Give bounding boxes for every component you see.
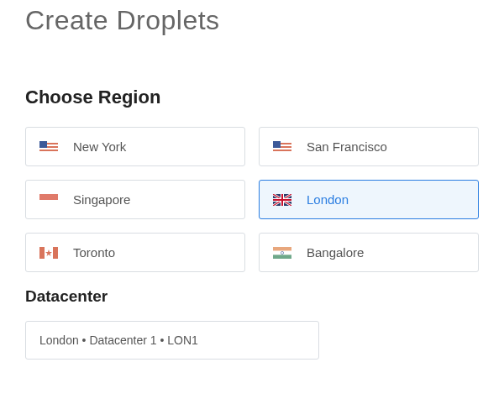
region-card-toronto[interactable]: Toronto bbox=[25, 233, 245, 272]
us-flag-icon bbox=[39, 141, 58, 153]
region-card-bangalore[interactable]: Bangalore bbox=[259, 233, 479, 272]
svg-rect-16 bbox=[273, 199, 291, 201]
svg-rect-19 bbox=[53, 247, 58, 259]
ca-flag-icon bbox=[39, 247, 58, 259]
us-flag-icon bbox=[273, 141, 291, 153]
region-label: Singapore bbox=[73, 192, 130, 207]
region-grid: New York San Francisco Singapore bbox=[25, 127, 479, 272]
svg-rect-9 bbox=[273, 141, 281, 148]
datacenter-select[interactable]: London • Datacenter 1 • LON1 bbox=[25, 321, 319, 360]
region-card-london[interactable]: London bbox=[259, 180, 479, 219]
svg-rect-21 bbox=[273, 247, 291, 251]
region-card-new-york[interactable]: New York bbox=[25, 127, 245, 166]
datacenter-heading: Datacenter bbox=[25, 287, 479, 306]
gb-flag-icon bbox=[273, 194, 291, 206]
choose-region-heading: Choose Region bbox=[25, 87, 479, 108]
page-title: Create Droplets bbox=[25, 5, 479, 36]
datacenter-selected-value: London • Datacenter 1 • LON1 bbox=[39, 333, 198, 347]
datacenter-row: London • Datacenter 1 • LON1 bbox=[25, 321, 479, 360]
region-label: London bbox=[307, 192, 349, 207]
region-label: Bangalore bbox=[307, 245, 364, 260]
svg-rect-8 bbox=[273, 150, 291, 151]
region-label: New York bbox=[73, 139, 126, 154]
svg-rect-11 bbox=[39, 200, 58, 206]
region-card-san-francisco[interactable]: San Francisco bbox=[259, 127, 479, 166]
svg-rect-3 bbox=[39, 150, 58, 151]
region-card-singapore[interactable]: Singapore bbox=[25, 180, 245, 219]
svg-rect-23 bbox=[273, 255, 291, 259]
svg-rect-10 bbox=[39, 194, 58, 200]
svg-rect-18 bbox=[39, 247, 45, 259]
in-flag-icon bbox=[273, 247, 291, 259]
region-label: San Francisco bbox=[307, 139, 387, 154]
region-label: Toronto bbox=[73, 245, 115, 260]
svg-rect-4 bbox=[39, 141, 47, 148]
sg-flag-icon bbox=[39, 194, 58, 206]
